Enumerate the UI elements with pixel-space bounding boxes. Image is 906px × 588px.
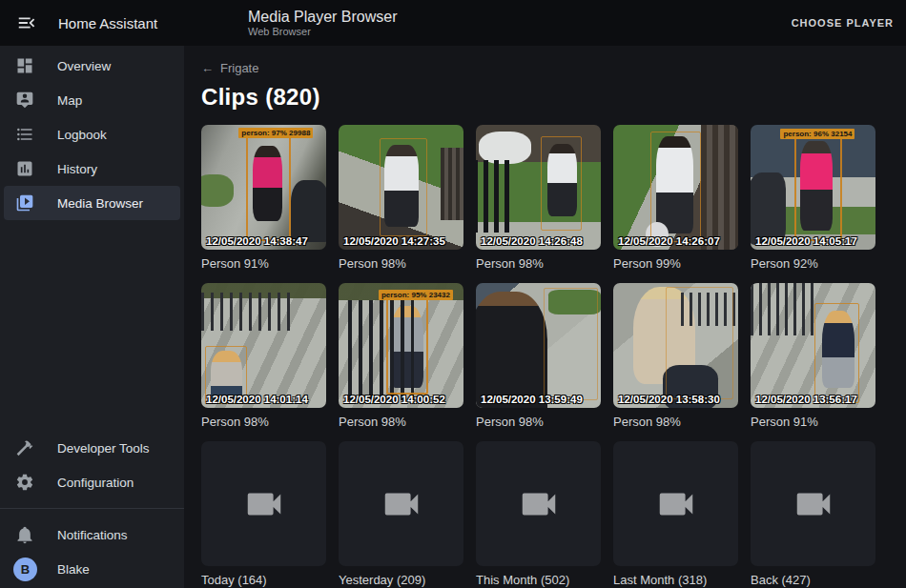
clip-item[interactable]: 12/05/2020 13:58:30Person 98%	[613, 283, 738, 429]
folder-item[interactable]: Back (427)	[751, 441, 875, 587]
clip-item[interactable]: 12/05/2020 13:56:17Person 91%	[751, 283, 875, 429]
clip-caption: Person 98%	[339, 415, 463, 429]
detection-bbox	[666, 287, 733, 399]
clip-timestamp: 12/05/2020 14:38:47	[206, 235, 308, 247]
folder-item[interactable]: This Month (502)	[476, 441, 601, 587]
folder-caption: This Month (502)	[476, 573, 601, 587]
detection-bbox	[380, 138, 427, 235]
breadcrumb-back[interactable]: ← Frigate	[201, 61, 258, 75]
clip-item[interactable]: 12/05/2020 14:26:48Person 98%	[476, 125, 601, 271]
scene-shape	[201, 174, 234, 207]
media-browser-icon	[15, 193, 34, 213]
panel-header: Media Player Browser Web Browser	[184, 8, 779, 38]
scene-shape	[751, 283, 818, 335]
folder-thumbnail	[476, 441, 601, 566]
sidebar-item-label: Notifications	[57, 528, 128, 542]
clip-caption: Person 98%	[201, 415, 326, 429]
detection-bbox	[541, 136, 582, 232]
sidebar-spacer	[0, 220, 184, 431]
clip-caption: Person 98%	[476, 415, 601, 429]
page-title: Clips (820)	[201, 84, 906, 111]
detection-label: person: 96% 32154	[780, 129, 855, 139]
scene-shape	[441, 148, 463, 220]
scene-shape	[291, 180, 326, 243]
sidebar-item-map[interactable]: Map	[4, 83, 180, 117]
clip-thumbnail: 12/05/2020 13:56:17	[751, 283, 875, 408]
sidebar-item-logbook[interactable]: Logbook	[4, 117, 180, 152]
clip-caption: Person 98%	[339, 256, 463, 271]
sidebar-item-label: Configuration	[57, 476, 134, 490]
folder-thumbnail	[201, 441, 326, 566]
clip-thumbnail: 12/05/2020 14:26:48	[476, 125, 601, 250]
clip-thumbnail: 12/05/2020 14:01:14	[201, 283, 326, 408]
detection-bbox	[794, 134, 842, 240]
folder-thumbnail	[613, 441, 738, 566]
folder-item[interactable]: Yesterday (209)	[339, 441, 463, 587]
sidebar-item-notifications[interactable]: Notifications	[4, 517, 180, 552]
scene-shape	[201, 293, 291, 330]
folder-thumbnail	[751, 441, 875, 566]
clip-caption: Person 99%	[613, 256, 738, 271]
clip-item[interactable]: 12/05/2020 14:01:14Person 98%	[201, 283, 326, 429]
back-arrow-icon: ←	[201, 61, 214, 75]
clip-caption: Person 92%	[751, 256, 875, 271]
clip-timestamp: 12/05/2020 13:56:17	[755, 394, 857, 405]
clip-timestamp: 12/05/2020 14:05:17	[755, 235, 857, 247]
sidebar-item-label: Developer Tools	[57, 441, 150, 456]
folder-item[interactable]: Last Month (318)	[613, 441, 738, 587]
folder-thumbnail	[339, 441, 463, 566]
folder-caption: Back (427)	[751, 573, 875, 587]
clip-timestamp: 12/05/2020 14:27:35	[343, 235, 445, 247]
folder-caption: Yesterday (209)	[339, 573, 463, 587]
map-icon	[15, 91, 34, 110]
detection-bbox	[650, 132, 700, 243]
panel-title: Media Player Browser	[248, 8, 779, 26]
clip-item[interactable]: 12/05/2020 13:59:49Person 98%	[476, 283, 601, 429]
sidebar-toggle-button[interactable]	[16, 12, 37, 33]
sidebar-item-history[interactable]: History	[4, 152, 180, 186]
clip-timestamp: 12/05/2020 14:26:07	[618, 235, 720, 247]
clip-caption: Person 91%	[751, 415, 875, 429]
sidebar-item-label: Logbook	[57, 128, 107, 142]
clip-thumbnail: person: 95% 2343212/05/2020 14:00:52	[339, 283, 463, 408]
scene-shape	[476, 160, 511, 233]
sidebar-item-label: Overview	[57, 59, 111, 73]
hammer-icon	[15, 438, 34, 457]
folder-caption: Last Month (318)	[613, 573, 738, 587]
avatar: B	[13, 558, 37, 581]
clip-item[interactable]: 12/05/2020 14:27:35Person 98%	[339, 125, 463, 271]
clips-grid: person: 97% 2998812/05/2020 14:38:47Pers…	[201, 125, 906, 587]
sidebar-item-developer-tools[interactable]: Developer Tools	[4, 431, 180, 465]
sidebar-divider	[0, 508, 184, 509]
bell-icon	[15, 525, 34, 544]
clip-item[interactable]: person: 95% 2343212/05/2020 14:00:52Pers…	[339, 283, 463, 429]
media-browser-panel: ← Frigate Clips (820) person: 97% 299881…	[184, 46, 906, 588]
panel-subtitle: Web Browser	[248, 26, 779, 38]
sidebar-item-configuration[interactable]: Configuration	[4, 465, 180, 499]
sidebar-item-media-browser[interactable]: Media Browser	[4, 186, 180, 220]
clip-item[interactable]: 12/05/2020 14:26:07Person 99%	[613, 125, 738, 271]
sidebar-item-profile[interactable]: B Blake	[4, 552, 180, 586]
detection-bbox	[814, 303, 859, 403]
gear-icon	[15, 473, 34, 492]
sidebar-item-overview[interactable]: Overview	[4, 49, 180, 83]
clip-thumbnail: person: 97% 2998812/05/2020 14:38:47	[201, 125, 326, 250]
clip-caption: Person 91%	[201, 256, 326, 271]
clip-caption: Person 98%	[613, 415, 738, 429]
scene-shape	[701, 125, 738, 250]
clip-thumbnail: 12/05/2020 13:58:30	[613, 283, 738, 408]
video-camera-icon	[380, 482, 423, 526]
folder-item[interactable]: Today (164)	[201, 441, 326, 587]
choose-player-button[interactable]: CHOOSE PLAYER	[779, 10, 906, 36]
sidebar: Overview Map Logbook History Media Brows…	[0, 46, 184, 588]
clip-timestamp: 12/05/2020 14:26:48	[481, 235, 583, 247]
scene-shape	[479, 132, 531, 164]
video-camera-icon	[654, 482, 698, 526]
folder-caption: Today (164)	[201, 573, 326, 587]
video-camera-icon	[242, 482, 286, 526]
app-title: Home Assistant	[58, 15, 157, 31]
clip-item[interactable]: person: 96% 3215412/05/2020 14:05:17Pers…	[751, 125, 875, 271]
sidebar-item-label: Media Browser	[57, 196, 143, 211]
breadcrumb-label: Frigate	[220, 61, 258, 75]
clip-item[interactable]: person: 97% 2998812/05/2020 14:38:47Pers…	[201, 125, 326, 271]
